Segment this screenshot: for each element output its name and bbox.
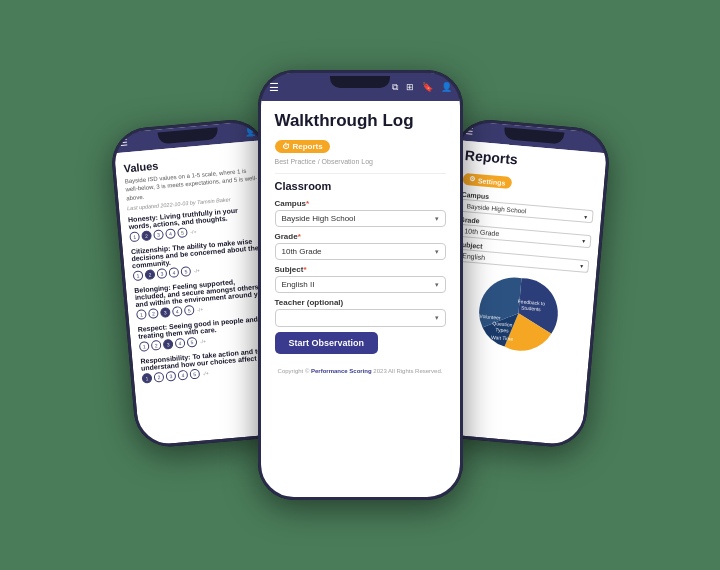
rating-c3[interactable]: 3	[156, 268, 167, 279]
rating-c5[interactable]: 5	[180, 266, 191, 277]
value-item-citizenship: Citizenship: The ability to make wise de…	[130, 237, 265, 281]
subject-label: Subject*	[275, 265, 446, 274]
user-icon: 👤	[244, 126, 256, 137]
teacher-chevron: ▾	[435, 314, 439, 322]
rating-3[interactable]: 3	[153, 229, 164, 240]
grade-select[interactable]: 10th Grade ▾	[275, 243, 446, 260]
rating-b3[interactable]: 3	[159, 307, 170, 318]
subject-required: *	[303, 265, 306, 274]
rating-resp-sublabel: -/+	[202, 370, 208, 376]
right-grade-value: 10th Grade	[464, 227, 500, 237]
rating-2[interactable]: 2	[141, 231, 152, 242]
grade-label: Grade*	[275, 232, 446, 241]
settings-badge-label: Settings	[477, 177, 505, 186]
campus-required: *	[306, 199, 309, 208]
settings-icon: ⚙	[468, 175, 475, 183]
pie-chart: Feedback to Students Wait Time Volunteer…	[464, 269, 571, 357]
breadcrumb-part1: Best Practice	[275, 158, 316, 165]
breadcrumb-part2: Observation Log	[322, 158, 373, 165]
rating-resp3[interactable]: 3	[165, 371, 176, 382]
reports-icon: ⏱	[282, 142, 290, 151]
center-hamburger-icon[interactable]: ☰	[269, 81, 279, 94]
center-bookmark-icon[interactable]: 🔖	[422, 82, 433, 92]
walkthrough-title: Walkthrough Log	[275, 111, 446, 131]
settings-badge[interactable]: ⚙ Settings	[462, 173, 511, 189]
rating-1[interactable]: 1	[129, 232, 140, 243]
rating-resp1[interactable]: 1	[141, 373, 152, 384]
rating-c-sublabel: -/+	[193, 267, 199, 273]
hamburger-icon[interactable]: ☰	[118, 137, 127, 148]
rating-c4[interactable]: 4	[168, 267, 179, 278]
value-item-respect: Respect: Seeing good in people and treat…	[137, 314, 272, 351]
teacher-select[interactable]: ▾	[275, 309, 446, 327]
subject-chevron: ▾	[435, 281, 439, 289]
reports-title: Reports	[464, 147, 598, 175]
grade-group: Grade* 10th Grade ▾	[275, 232, 446, 260]
rating-4[interactable]: 4	[165, 228, 176, 239]
reports-badge-label: Reports	[293, 142, 323, 151]
subject-group: Subject* English II ▾	[275, 265, 446, 293]
rating-b1[interactable]: 1	[136, 309, 147, 320]
rating-c1[interactable]: 1	[132, 270, 143, 281]
rating-b5[interactable]: 5	[183, 305, 194, 316]
grade-required: *	[298, 232, 301, 241]
start-observation-button[interactable]: Start Observation	[275, 332, 379, 354]
reports-badge[interactable]: ⏱ Reports	[275, 140, 330, 153]
rating-r4[interactable]: 4	[174, 338, 185, 349]
rating-b4[interactable]: 4	[171, 306, 182, 317]
pie-label-questiontypes2: Types	[494, 326, 508, 333]
value-item-responsibility: Responsibility: To take action and to un…	[140, 346, 275, 383]
value-item-belonging: Belonging: Feeling supported, included, …	[134, 276, 269, 320]
campus-chevron: ▾	[435, 215, 439, 223]
campus-select[interactable]: Bayside High School ▾	[275, 210, 446, 227]
center-grid-icon[interactable]: ⊞	[406, 82, 414, 92]
rating-b2[interactable]: 2	[147, 308, 158, 319]
right-hamburger-icon[interactable]: ☰	[464, 126, 473, 137]
center-phone: ☰ ⧉ ⊞ 🔖 👤 Walkthrough Log ⏱ Reports Best…	[258, 70, 463, 500]
rating-b-sublabel: -/+	[196, 306, 202, 312]
center-content: Walkthrough Log ⏱ Reports Best Practice …	[261, 101, 460, 364]
breadcrumb: Best Practice / Observation Log	[275, 158, 446, 165]
subject-select[interactable]: English II ▾	[275, 276, 446, 293]
right-subject-value: English	[461, 252, 484, 261]
right-grade-chevron: ▾	[581, 237, 585, 244]
right-campus-value: Bayside High School	[466, 202, 526, 214]
center-phone-notch	[330, 76, 390, 88]
center-filter-icon[interactable]: ⧉	[392, 82, 398, 93]
phones-container: ☰ Factors 👤 Values Bayside ISD values on…	[103, 70, 618, 500]
footer-brand: Performance Scoring	[311, 368, 372, 374]
rating-5[interactable]: 5	[177, 227, 188, 238]
campus-value: Bayside High School	[282, 214, 356, 223]
teacher-label: Teacher (optional)	[275, 298, 446, 307]
rating-sublabel: -/+	[190, 229, 196, 235]
rating-c2[interactable]: 2	[144, 269, 155, 280]
value-item-honesty: Honesty: Living truthfully in your words…	[127, 205, 262, 242]
footer: Copyright © Performance Scoring 2023 All…	[261, 364, 460, 378]
center-phone-screen: ☰ ⧉ ⊞ 🔖 👤 Walkthrough Log ⏱ Reports Best…	[261, 73, 460, 497]
section-title: Classroom	[275, 180, 446, 192]
rating-r1[interactable]: 1	[138, 341, 149, 352]
rating-r-sublabel: -/+	[199, 338, 205, 344]
campus-label: Campus*	[275, 199, 446, 208]
subject-value: English II	[282, 280, 315, 289]
rating-resp5[interactable]: 5	[189, 369, 200, 380]
rating-r5[interactable]: 5	[186, 337, 197, 348]
right-subject-chevron: ▾	[579, 262, 583, 269]
center-user-icon[interactable]: 👤	[441, 82, 452, 92]
right-content: Reports ⚙ Settings Campus Bayside High S…	[439, 140, 606, 365]
campus-group: Campus* Bayside High School ▾	[275, 199, 446, 227]
rating-resp4[interactable]: 4	[177, 370, 188, 381]
right-campus-chevron: ▾	[583, 213, 587, 220]
rating-resp2[interactable]: 2	[153, 372, 164, 383]
rating-r2[interactable]: 2	[150, 340, 161, 351]
pie-chart-container: Feedback to Students Wait Time Volunteer…	[448, 267, 587, 358]
grade-value: 10th Grade	[282, 247, 322, 256]
grade-chevron: ▾	[435, 248, 439, 256]
rating-r3[interactable]: 3	[162, 339, 173, 350]
teacher-group: Teacher (optional) ▾	[275, 298, 446, 327]
divider	[275, 173, 446, 174]
